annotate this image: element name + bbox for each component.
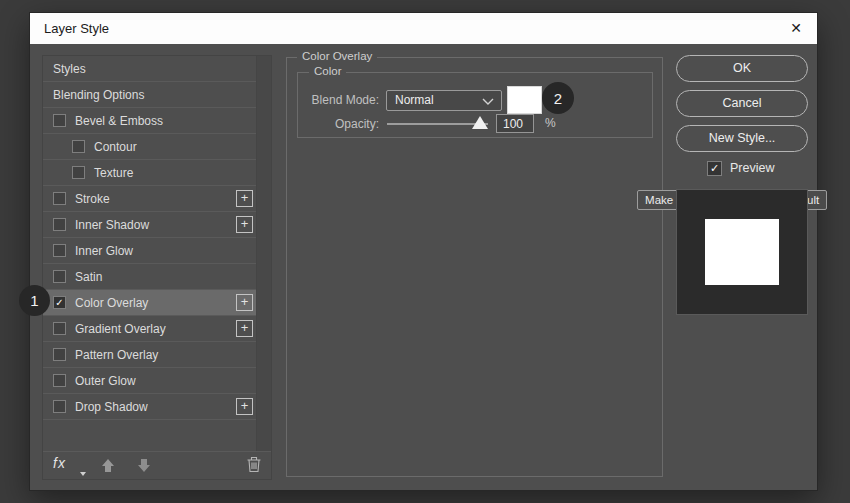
sidebar-item-label: Satin: [75, 270, 102, 284]
sidebar-item-label: Contour: [94, 140, 137, 154]
sidebar-item-inner-shadow[interactable]: Inner Shadow+: [43, 212, 257, 238]
effect-checkbox[interactable]: [53, 400, 66, 413]
add-effect-button[interactable]: +: [236, 320, 253, 337]
sidebar-item-color-overlay[interactable]: ✓Color Overlay+: [43, 290, 257, 316]
add-effect-button[interactable]: +: [236, 294, 253, 311]
sidebar-item-texture[interactable]: Texture: [43, 160, 257, 186]
blend-mode-select[interactable]: Normal: [386, 90, 502, 111]
dialog-titlebar: Layer Style ✕: [30, 13, 817, 44]
blend-mode-value: Normal: [395, 93, 434, 107]
sidebar-item-label: Bevel & Emboss: [75, 114, 163, 128]
sidebar-item-label: Outer Glow: [75, 374, 136, 388]
effect-checkbox[interactable]: [53, 218, 66, 231]
new-style-button[interactable]: New Style...: [676, 125, 808, 152]
color-group-title: Color: [309, 65, 346, 77]
sidebar-item-outer-glow[interactable]: Outer Glow: [43, 368, 257, 394]
effects-toolbar: fx: [43, 451, 271, 479]
delete-effect-icon[interactable]: [246, 456, 262, 473]
sidebar-item-bevel-emboss[interactable]: Bevel & Emboss: [43, 108, 257, 134]
annotation-badge-1: 1: [19, 285, 50, 316]
layer-style-list: StylesBlending OptionsBevel & EmbossCont…: [43, 56, 257, 451]
opacity-label: Opacity:: [298, 117, 379, 131]
add-effect-button[interactable]: +: [236, 216, 253, 233]
sidebar-scrollbar[interactable]: [256, 56, 271, 451]
opacity-slider-thumb[interactable]: [472, 116, 488, 129]
ok-button[interactable]: OK: [676, 55, 808, 82]
layer-style-dialog: Layer Style ✕ StylesBlending OptionsBeve…: [30, 13, 817, 490]
opacity-unit: %: [545, 116, 556, 130]
sidebar-item-label: Stroke: [75, 192, 110, 206]
add-effect-button[interactable]: +: [236, 398, 253, 415]
effect-checkbox[interactable]: [53, 322, 66, 335]
style-preview-thumbnail: [676, 189, 808, 315]
dialog-title: Layer Style: [44, 13, 109, 44]
effect-checkbox[interactable]: [53, 270, 66, 283]
move-effect-up-icon[interactable]: [101, 458, 115, 473]
effect-checkbox[interactable]: [72, 140, 85, 153]
effect-checkbox[interactable]: [72, 166, 85, 179]
sidebar-item-inner-glow[interactable]: Inner Glow: [43, 238, 257, 264]
preview-label: Preview: [730, 161, 774, 175]
effect-checkbox[interactable]: ✓: [53, 296, 66, 309]
sidebar-item-stroke[interactable]: Stroke+: [43, 186, 257, 212]
blend-mode-label: Blend Mode:: [298, 93, 379, 107]
panel-section-title: Color Overlay: [297, 50, 377, 62]
effect-checkbox[interactable]: [53, 374, 66, 387]
sidebar-item-label: Styles: [53, 62, 86, 76]
sidebar-item-label: Texture: [94, 166, 133, 180]
sidebar-item-label: Color Overlay: [75, 296, 148, 310]
effect-checkbox[interactable]: [53, 348, 66, 361]
effect-checkbox[interactable]: [53, 192, 66, 205]
fx-menu-caret-icon: [80, 472, 86, 476]
sidebar-item-drop-shadow[interactable]: Drop Shadow+: [43, 394, 257, 420]
sidebar-item-pattern-overlay[interactable]: Pattern Overlay: [43, 342, 257, 368]
color-overlay-panel: Color Overlay Color Blend Mode: Normal O…: [286, 57, 663, 477]
color-group: Color Blend Mode: Normal Opacity: %: [297, 72, 653, 138]
sidebar-item-label: Inner Glow: [75, 244, 133, 258]
color-swatch[interactable]: [507, 86, 542, 114]
sidebar-item-contour[interactable]: Contour: [43, 134, 257, 160]
sidebar-item-label: Drop Shadow: [75, 400, 148, 414]
cancel-button[interactable]: Cancel: [676, 90, 808, 117]
effects-sidebar: StylesBlending OptionsBevel & EmbossCont…: [42, 55, 272, 480]
preview-swatch-square: [705, 219, 779, 285]
effect-checkbox[interactable]: [53, 114, 66, 127]
chevron-down-icon: [482, 98, 494, 105]
annotation-badge-2: 2: [542, 82, 574, 114]
add-effect-button[interactable]: +: [236, 190, 253, 207]
close-icon[interactable]: ✕: [781, 13, 811, 44]
opacity-input[interactable]: [496, 114, 534, 133]
effect-checkbox[interactable]: [53, 244, 66, 257]
sidebar-item-label: Gradient Overlay: [75, 322, 166, 336]
preview-checkbox[interactable]: ✓: [707, 161, 722, 176]
sidebar-item-label: Blending Options: [53, 88, 144, 102]
move-effect-down-icon[interactable]: [137, 458, 151, 473]
sidebar-item-styles[interactable]: Styles: [43, 56, 257, 82]
sidebar-item-gradient-overlay[interactable]: Gradient Overlay+: [43, 316, 257, 342]
sidebar-item-blending-options[interactable]: Blending Options: [43, 82, 257, 108]
sidebar-item-label: Pattern Overlay: [75, 348, 158, 362]
sidebar-item-label: Inner Shadow: [75, 218, 149, 232]
fx-menu-button[interactable]: fx: [53, 455, 66, 471]
sidebar-item-satin[interactable]: Satin: [43, 264, 257, 290]
